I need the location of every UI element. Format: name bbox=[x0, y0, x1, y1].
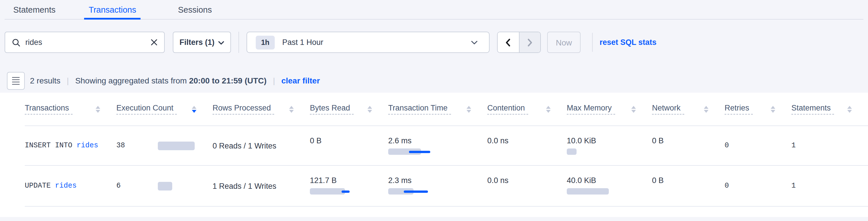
toolbar-divider bbox=[592, 33, 593, 52]
previous-interval-button[interactable] bbox=[498, 32, 519, 52]
transaction-link[interactable]: rides bbox=[55, 182, 76, 190]
now-button[interactable]: Now bbox=[547, 32, 581, 53]
column-header-rows-processed[interactable]: Rows Processed bbox=[213, 93, 310, 125]
transaction-fingerprint-cell: UPDATE rides bbox=[25, 166, 116, 206]
sort-icon bbox=[467, 105, 471, 113]
column-header-execution-count[interactable]: Execution Count bbox=[116, 93, 213, 125]
transaction-fingerprint-cell: INSERT INTO rides bbox=[25, 126, 116, 165]
transaction-time-cell: 2.3 ms bbox=[388, 166, 487, 206]
sort-icon bbox=[546, 105, 551, 113]
sql-activity-transactions-page: Statements Transactions Sessions Filters… bbox=[0, 0, 868, 221]
tab-bar: Statements Transactions Sessions bbox=[0, 0, 868, 20]
contention-cell: 0.0 ns bbox=[487, 126, 567, 165]
table-row: INSERT INTO rides 38 0 Reads / 1 Writes … bbox=[25, 126, 868, 166]
next-interval-button[interactable] bbox=[519, 32, 540, 52]
sort-icon bbox=[631, 105, 636, 113]
network-cell: 0 B bbox=[652, 126, 724, 165]
table-row: UPDATE rides 6 1 Reads / 1 Writes 121.7 … bbox=[25, 166, 868, 207]
time-range-label: Past 1 Hour bbox=[282, 38, 323, 46]
search-icon bbox=[12, 38, 20, 46]
search-box[interactable] bbox=[5, 32, 165, 53]
column-header-transaction-time[interactable]: Transaction Time bbox=[388, 93, 487, 125]
latency-bar bbox=[388, 188, 487, 194]
column-header-network[interactable]: Network bbox=[652, 93, 724, 125]
time-range-badge: 1h bbox=[256, 35, 275, 49]
sort-icon bbox=[368, 105, 372, 113]
table-header-row: Transactions Execution Count Rows Proces… bbox=[25, 93, 868, 126]
filters-label: Filters (1) bbox=[179, 38, 215, 46]
sort-icon bbox=[847, 105, 852, 113]
clear-search-icon[interactable] bbox=[151, 39, 157, 45]
time-nav-group bbox=[497, 32, 541, 53]
results-count: 2 results bbox=[30, 76, 60, 85]
tab-transactions[interactable]: Transactions bbox=[89, 0, 136, 19]
chevron-down-icon bbox=[471, 40, 477, 44]
transactions-table: Transactions Execution Count Rows Proces… bbox=[0, 93, 868, 217]
rows-processed-cell: 0 Reads / 1 Writes bbox=[213, 126, 310, 165]
column-header-contention[interactable]: Contention bbox=[487, 93, 567, 125]
sort-desc-icon bbox=[192, 105, 196, 113]
bytes-read-bar bbox=[310, 188, 388, 194]
column-selector-button[interactable] bbox=[7, 72, 25, 90]
execution-count-bar bbox=[158, 182, 172, 190]
contention-cell: 0.0 ns bbox=[487, 166, 567, 206]
filters-button[interactable]: Filters (1) bbox=[173, 32, 231, 53]
tab-sessions[interactable]: Sessions bbox=[178, 0, 212, 19]
max-memory-cell: 10.0 KiB bbox=[567, 126, 652, 165]
bytes-read-cell: 0 B bbox=[310, 126, 388, 165]
aggregated-stats-text: Showing aggregated stats from 20:00 to 2… bbox=[75, 76, 267, 85]
column-header-statements[interactable]: Statements bbox=[792, 93, 868, 125]
tab-statements[interactable]: Statements bbox=[13, 0, 56, 19]
column-header-transactions[interactable]: Transactions bbox=[25, 93, 116, 125]
column-header-retries[interactable]: Retries bbox=[724, 93, 792, 125]
search-input[interactable] bbox=[25, 38, 151, 46]
clear-filter-link[interactable]: clear filter bbox=[281, 76, 320, 85]
results-summary: 2 results | Showing aggregated stats fro… bbox=[30, 72, 320, 89]
execution-count-cell: 6 bbox=[116, 166, 213, 206]
memory-bar bbox=[567, 188, 652, 194]
column-header-max-memory[interactable]: Max Memory bbox=[567, 93, 652, 125]
retries-cell: 0 bbox=[724, 126, 792, 165]
transaction-link[interactable]: rides bbox=[76, 141, 98, 150]
execution-count-cell: 38 bbox=[116, 126, 213, 165]
bytes-read-cell: 121.7 B bbox=[310, 166, 388, 206]
columns-icon bbox=[12, 77, 20, 85]
statements-cell: 1 bbox=[792, 126, 868, 165]
chevron-down-icon bbox=[219, 38, 224, 46]
sort-icon bbox=[704, 105, 709, 113]
rows-processed-cell: 1 Reads / 1 Writes bbox=[213, 166, 310, 206]
max-memory-cell: 40.0 KiB bbox=[567, 166, 652, 206]
statements-cell: 1 bbox=[792, 166, 868, 206]
sort-icon bbox=[289, 105, 294, 113]
sort-icon bbox=[96, 105, 100, 113]
reset-sql-stats-link[interactable]: reset SQL stats bbox=[599, 32, 657, 53]
toolbar-divider bbox=[239, 32, 239, 53]
transaction-time-cell: 2.6 ms bbox=[388, 126, 487, 165]
execution-count-bar bbox=[158, 141, 195, 150]
latency-bar bbox=[388, 149, 487, 155]
sort-icon bbox=[771, 105, 775, 113]
column-header-bytes-read[interactable]: Bytes Read bbox=[310, 93, 388, 125]
time-range-picker[interactable]: 1h Past 1 Hour bbox=[247, 32, 490, 53]
retries-cell: 0 bbox=[724, 166, 792, 206]
memory-bar bbox=[567, 149, 652, 155]
network-cell: 0 B bbox=[652, 166, 724, 206]
